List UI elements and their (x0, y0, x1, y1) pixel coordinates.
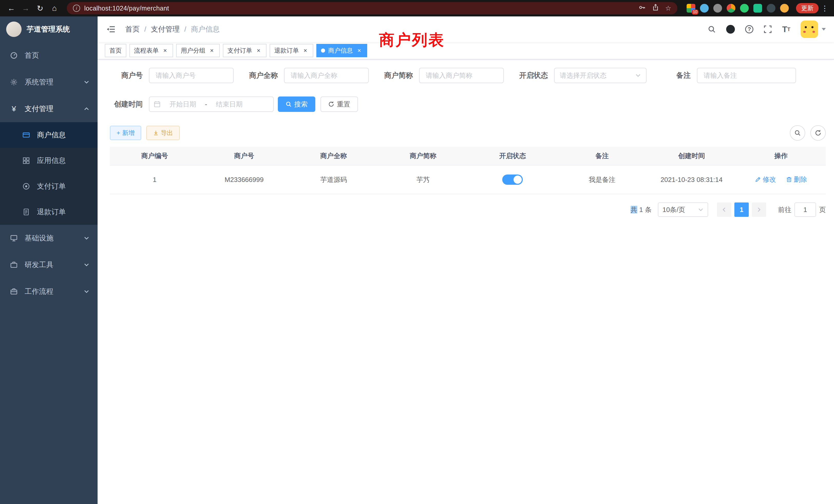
fullscreen-icon[interactable] (764, 25, 772, 33)
remark-input[interactable] (697, 68, 796, 83)
add-button[interactable]: + 新增 (110, 126, 141, 140)
goto-page-input[interactable] (794, 203, 816, 217)
sidebar-item-label: 商户信息 (37, 130, 66, 140)
address-bar[interactable]: i localhost:1024/pay/merchant ☆ (67, 2, 677, 14)
edit-button[interactable]: 修改 (755, 175, 776, 184)
sidebar-item-app-info[interactable]: 应用信息 (0, 148, 97, 174)
refresh-table-button[interactable] (810, 125, 826, 141)
close-icon[interactable]: × (255, 47, 262, 54)
sidebar-item-label: 首页 (25, 50, 89, 60)
date-range-separator: - (205, 100, 207, 108)
sidebar-item-dev-tools[interactable]: 研发工具 (0, 251, 97, 278)
target-icon (22, 182, 31, 190)
tab-pay-order[interactable]: 支付订单 × (223, 44, 266, 57)
page-unit-label: 页 (819, 205, 826, 214)
chevron-down-icon (698, 207, 704, 212)
end-date-input[interactable] (209, 100, 249, 108)
browser-back-button[interactable]: ← (5, 2, 18, 14)
tab-process-form[interactable]: 流程表单 × (129, 44, 173, 57)
toggle-search-button[interactable] (790, 125, 805, 141)
chevron-down-icon (84, 289, 89, 294)
tab-label: 商户信息 (328, 46, 353, 55)
trash-icon (786, 176, 792, 182)
key-icon[interactable] (639, 4, 646, 13)
export-button[interactable]: 导出 (146, 126, 180, 140)
browser-update-button[interactable]: 更新 (796, 3, 818, 13)
cell-full-name: 芋道源码 (289, 165, 378, 194)
app-title: 芋道管理系统 (27, 24, 70, 34)
column-header: 商户全称 (289, 147, 378, 165)
search-icon (286, 101, 292, 107)
prev-page-button[interactable] (717, 203, 731, 217)
sidebar-item-home[interactable]: 首页 (0, 42, 97, 69)
sidebar-item-pay-order[interactable]: 支付订单 (0, 174, 97, 199)
delete-button[interactable]: 删除 (786, 175, 807, 184)
extension-icon-3[interactable] (727, 4, 736, 13)
sidebar-item-refund-order[interactable]: 退款订单 (0, 199, 97, 225)
full-name-input[interactable] (284, 68, 369, 83)
font-size-icon[interactable]: TT (782, 25, 790, 33)
close-icon[interactable]: × (356, 47, 363, 54)
page-size-select[interactable]: 10条/页 (658, 203, 708, 217)
cell-remark: 我是备注 (557, 165, 647, 194)
avatar (800, 21, 818, 38)
extension-icon-1[interactable] (700, 4, 709, 13)
sidebar-item-merchant-info[interactable]: 商户信息 (0, 122, 97, 148)
status-toggle[interactable] (502, 175, 523, 185)
sidebar: 芋道管理系统 首页 系统管理 ¥ 支付管理 (0, 17, 97, 504)
start-date-input[interactable] (163, 100, 203, 108)
sidebar-item-workflow[interactable]: 工作流程 (0, 278, 97, 305)
merchant-no-input[interactable] (149, 68, 234, 83)
breadcrumb-current: 商户信息 (191, 24, 220, 34)
close-icon[interactable]: × (208, 47, 215, 54)
calendar-icon (154, 100, 161, 108)
active-tab-dot (321, 48, 325, 53)
tab-user-group[interactable]: 用户分组 × (176, 44, 220, 57)
search-button[interactable]: 搜索 (278, 96, 315, 112)
browser-menu-icon[interactable]: ⋮ (821, 4, 829, 13)
breadcrumb-payment[interactable]: 支付管理 (151, 24, 180, 34)
close-icon[interactable]: × (302, 47, 309, 54)
site-info-icon[interactable]: i (73, 5, 80, 12)
browser-reload-button[interactable]: ↻ (34, 2, 46, 14)
column-header: 备注 (557, 147, 647, 165)
tab-home[interactable]: 首页 (105, 44, 126, 57)
extension-icon-4[interactable] (740, 4, 749, 13)
page-1-button[interactable]: 1 (734, 203, 749, 217)
reset-button[interactable]: 重置 (321, 96, 358, 112)
github-icon[interactable] (726, 25, 735, 33)
create-time-range-picker[interactable]: - (149, 96, 274, 112)
sidebar-item-system[interactable]: 系统管理 (0, 69, 97, 95)
user-avatar-menu[interactable] (800, 21, 826, 38)
extension-icon-2[interactable] (713, 4, 722, 13)
sidebar-item-payment[interactable]: ¥ 支付管理 (0, 95, 97, 122)
caret-down-icon (822, 28, 826, 30)
browser-home-button[interactable]: ⌂ (48, 2, 61, 14)
tab-refund-order[interactable]: 退款订单 × (270, 44, 313, 57)
extension-icon-6[interactable] (767, 4, 775, 13)
bookmark-star-icon[interactable]: ☆ (665, 4, 671, 12)
browser-forward-button[interactable]: → (20, 2, 32, 14)
column-header: 商户号 (199, 147, 289, 165)
breadcrumb-home[interactable]: 首页 (125, 24, 140, 34)
extensions-puzzle-icon[interactable]: 10 (687, 4, 695, 13)
next-page-button[interactable] (752, 203, 766, 217)
tab-label: 首页 (109, 46, 122, 55)
extension-badge: 10 (692, 9, 698, 15)
sidebar-item-infrastructure[interactable]: 基础设施 (0, 225, 97, 251)
help-icon[interactable]: ? (745, 25, 753, 33)
app-logo[interactable]: 芋道管理系统 (0, 17, 97, 42)
extension-icon-7[interactable] (780, 4, 789, 13)
sidebar-item-label: 研发工具 (25, 260, 78, 270)
cell-create-time: 2021-10-23 08:31:14 (647, 165, 737, 194)
header-search-icon[interactable] (708, 25, 716, 33)
remark-label: 备注 (658, 71, 691, 80)
close-icon[interactable]: × (162, 47, 169, 54)
tab-merchant-info[interactable]: 商户信息 × (316, 44, 367, 57)
extension-icon-5[interactable] (753, 4, 762, 13)
status-select[interactable]: 请选择开启状态 (554, 68, 646, 83)
logo-image (6, 22, 22, 37)
share-icon[interactable] (652, 4, 659, 13)
short-name-input[interactable] (419, 68, 504, 83)
sidebar-fold-icon[interactable] (106, 24, 117, 35)
